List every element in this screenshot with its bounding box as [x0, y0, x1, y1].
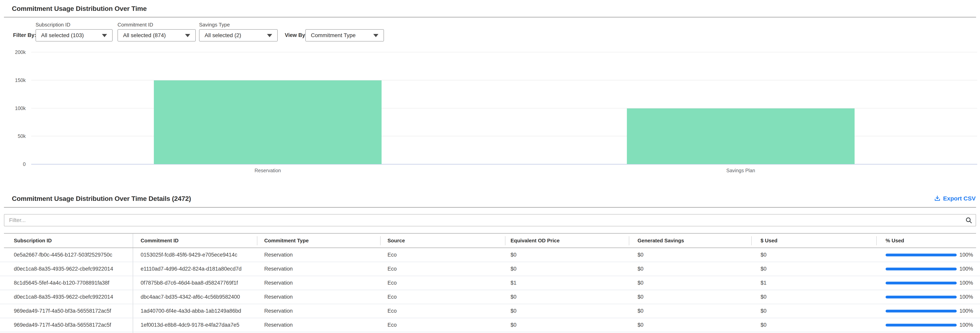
cell-equivalent-od-price: $0	[511, 248, 517, 262]
savings-type-dropdown[interactable]: All selected (2)	[199, 29, 278, 41]
view-by-dropdown-value: Commitment Type	[311, 32, 356, 38]
bar-reservation[interactable]	[154, 80, 382, 164]
pct-used-bar	[886, 282, 957, 284]
cell-commitment-id: dbc4aac7-bd35-4342-af6c-4c56b9582400	[141, 290, 240, 304]
table-row[interactable]: 969eda49-717f-4a50-bf3a-56558172ac5f1ad4…	[0, 304, 980, 318]
cell-subscription-id: 0e5a2667-fb0c-4456-b127-503f2529750c	[14, 248, 112, 262]
column-header-commitment-id[interactable]: Commitment ID	[141, 234, 178, 247]
search-icon[interactable]	[965, 217, 972, 224]
details-table: Subscription IDCommitment IDCommitment T…	[0, 233, 980, 333]
cell-pct-used: 100%	[959, 262, 973, 276]
column-header-subscription-id[interactable]: Subscription ID	[14, 234, 52, 247]
export-csv-button[interactable]: Export CSV	[934, 195, 976, 202]
cell-subscription-id: 8c1d5645-5fef-4a4c-b120-7708891fa38f	[14, 276, 109, 290]
cell-used: $0	[760, 318, 767, 332]
cell-commitment-id: 1ad40700-6f4e-4a3d-abba-1ab1249a86bd	[141, 304, 241, 318]
chevron-down-icon	[267, 34, 272, 37]
view-by-dropdown[interactable]: Commitment Type	[305, 29, 384, 41]
cell-source: Eco	[388, 262, 397, 276]
cell-pct-used: 100%	[959, 248, 973, 262]
column-header--used[interactable]: $ Used	[760, 234, 777, 247]
column-header--used[interactable]: % Used	[886, 234, 904, 247]
cell-used: $1	[760, 276, 767, 290]
column-header-generated-savings[interactable]: Generated Savings	[638, 234, 684, 247]
chevron-down-icon	[102, 34, 107, 37]
view-by-label: View By:	[285, 32, 307, 38]
pct-used-bar	[886, 310, 957, 312]
y-tick-label: 0	[0, 161, 25, 167]
cell-commitment-type: Reservation	[264, 304, 293, 318]
cell-used: $0	[760, 304, 767, 318]
pct-used-bar	[886, 324, 957, 327]
cell-pct-used: 100%	[959, 304, 973, 318]
cell-equivalent-od-price: $0	[511, 304, 517, 318]
column-header-equivalent-od-price[interactable]: Equivalent OD Price	[511, 234, 560, 247]
chevron-down-icon	[373, 34, 379, 37]
bar-savings-plan[interactable]	[627, 108, 854, 164]
table-filter	[4, 214, 976, 226]
cell-source: Eco	[388, 318, 397, 332]
y-tick-label: 50k	[0, 133, 25, 139]
section-divider	[4, 17, 976, 18]
commitment-id-dropdown-value: All selected (874)	[123, 32, 166, 38]
cell-pct-used: 100%	[959, 276, 973, 290]
cell-commitment-type: Reservation	[264, 318, 293, 332]
cell-subscription-id: 969eda49-717f-4a50-bf3a-56558172ac5f	[14, 318, 111, 332]
cell-subscription-id: d0ec1ca8-8a35-4935-9622-cbefc9922014	[14, 262, 113, 276]
column-divider	[380, 236, 380, 245]
table-row[interactable]: d0ec1ca8-8a35-4935-9622-cbefc9922014dbc4…	[0, 290, 980, 304]
table-row[interactable]: 8c1d5645-5fef-4a4c-b120-7708891fa38f0f78…	[0, 276, 980, 290]
column-divider	[257, 236, 257, 245]
cell-pct-used: 100%	[959, 290, 973, 304]
x-category-label: Reservation	[228, 167, 307, 174]
cell-subscription-id: 969eda49-717f-4a50-bf3a-56558172ac5f	[14, 304, 111, 318]
column-divider	[751, 236, 752, 245]
commitment-id-label: Commitment ID	[118, 22, 153, 28]
cell-generated-savings: $0	[638, 248, 643, 262]
column-divider	[505, 236, 505, 245]
cell-source: Eco	[388, 304, 397, 318]
pct-used-bar	[886, 268, 957, 270]
cell-equivalent-od-price: $0	[511, 262, 517, 276]
table-body: 0e5a2667-fb0c-4456-b127-503f2529750c0153…	[0, 248, 980, 332]
download-icon	[934, 195, 941, 202]
export-csv-label: Export CSV	[943, 195, 976, 202]
cell-commitment-id: 0f7875b8-d7c6-46d4-baa8-d58247769f1f	[141, 276, 238, 290]
table-row[interactable]: 0e5a2667-fb0c-4456-b127-503f2529750c0153…	[0, 248, 980, 262]
savings-type-dropdown-value: All selected (2)	[205, 32, 241, 38]
subscription-id-label: Subscription ID	[35, 22, 70, 28]
cell-source: Eco	[388, 290, 397, 304]
cell-generated-savings: $0	[638, 262, 643, 276]
cell-source: Eco	[388, 276, 397, 290]
pct-used-bar	[886, 296, 957, 298]
x-category-label: Savings Plan	[701, 167, 780, 174]
chevron-down-icon	[185, 34, 190, 37]
gridline	[31, 52, 977, 53]
subscription-id-dropdown[interactable]: All selected (103)	[35, 29, 113, 41]
details-title: Commitment Usage Distribution Over Time …	[12, 195, 191, 202]
column-header-commitment-type[interactable]: Commitment Type	[264, 234, 309, 247]
cell-commitment-type: Reservation	[264, 290, 293, 304]
table-row[interactable]: 969eda49-717f-4a50-bf3a-56558172ac5f1ef0…	[0, 318, 980, 332]
column-header-source[interactable]: Source	[388, 234, 405, 247]
page-title: Commitment Usage Distribution Over Time	[12, 5, 147, 13]
cell-subscription-id: d0ec1ca8-8a35-4935-9622-cbefc9922014	[14, 290, 113, 304]
column-divider	[876, 236, 877, 245]
cell-equivalent-od-price: $0	[511, 290, 517, 304]
section-divider	[4, 207, 976, 208]
cell-equivalent-od-price: $0	[511, 318, 517, 332]
cell-commitment-type: Reservation	[264, 276, 293, 290]
pct-used-bar	[886, 253, 957, 257]
table-row[interactable]: d0ec1ca8-8a35-4935-9622-cbefc9922014e111…	[0, 262, 980, 276]
cell-used: $0	[760, 248, 767, 262]
savings-type-label: Savings Type	[199, 22, 230, 28]
y-tick-label: 100k	[0, 105, 25, 111]
cell-source: Eco	[388, 248, 397, 262]
table-filter-input[interactable]	[4, 214, 976, 226]
table-header-row: Subscription IDCommitment IDCommitment T…	[4, 233, 976, 248]
cell-commitment-id: e1110ad7-4d96-4d22-824a-d181a80ecd7d	[141, 262, 242, 276]
commitment-id-dropdown[interactable]: All selected (874)	[118, 29, 196, 41]
filter-by-label: Filter By:	[13, 32, 36, 38]
subscription-id-dropdown-value: All selected (103)	[41, 32, 84, 38]
cell-generated-savings: $0	[638, 290, 643, 304]
